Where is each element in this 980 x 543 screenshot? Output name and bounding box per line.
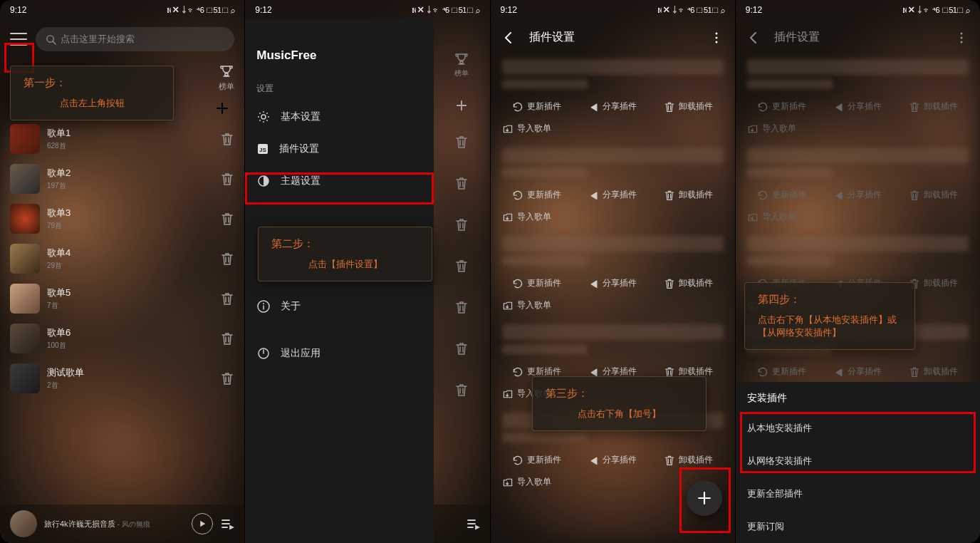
- refresh-icon: [757, 101, 768, 113]
- add-playlist-icon[interactable]: [216, 102, 229, 115]
- playlist-count: 2首: [47, 381, 213, 391]
- trash-icon: [664, 101, 675, 113]
- trash-icon[interactable]: [454, 176, 469, 190]
- rank-chip[interactable]: 榜单: [219, 64, 234, 92]
- now-playing-bar[interactable]: [434, 505, 489, 543]
- tooltip-body: 点击右下角【从本地安装插件】或【从网络安装插件】: [758, 314, 902, 339]
- import-icon: [502, 212, 514, 223]
- playlist-name: 歌单4: [47, 247, 213, 259]
- share-plugin[interactable]: 分享插件: [578, 450, 647, 470]
- drawer-item-exit[interactable]: 退出应用: [245, 337, 434, 370]
- share-plugin[interactable]: 分享插件: [823, 185, 892, 205]
- tooltip-2: 第二步： 点击【插件设置】: [258, 227, 432, 281]
- playlist-cover: [10, 284, 40, 314]
- uninstall-plugin[interactable]: 卸载插件: [899, 361, 969, 382]
- import-playlist[interactable]: 导入歌单: [502, 208, 724, 230]
- share-plugin[interactable]: 分享插件: [578, 273, 647, 294]
- update-plugin[interactable]: 更新插件: [747, 361, 817, 382]
- share-plugin[interactable]: 分享插件: [823, 361, 892, 382]
- uninstall-plugin[interactable]: 卸载插件: [653, 96, 723, 117]
- time: 9:12: [255, 5, 271, 15]
- trash-icon[interactable]: [220, 291, 234, 306]
- playlist-item[interactable]: 歌单3 79首: [10, 199, 234, 239]
- playlist-item[interactable]: 歌单5 7首: [10, 279, 234, 319]
- app-title: MusicFree: [245, 41, 434, 77]
- update-plugin[interactable]: 更新插件: [502, 185, 572, 205]
- trash-icon[interactable]: [454, 341, 469, 356]
- plugin-name-blurred: [747, 59, 969, 75]
- playlist-count: 197首: [47, 181, 213, 191]
- back-icon[interactable]: [747, 31, 761, 45]
- trash-icon[interactable]: [454, 383, 469, 397]
- drawer-item-about[interactable]: 关于: [245, 290, 434, 323]
- trash-icon[interactable]: [454, 259, 469, 273]
- trash-icon[interactable]: [454, 135, 469, 149]
- trash-icon[interactable]: [220, 371, 234, 386]
- plugin-card: 更新插件 分享插件 卸载插件 导入歌单: [736, 143, 980, 232]
- share-plugin[interactable]: 分享插件: [823, 96, 892, 117]
- trash-icon[interactable]: [220, 212, 234, 226]
- share-plugin[interactable]: 分享插件: [578, 96, 647, 117]
- trash-icon[interactable]: [220, 132, 234, 146]
- plugin-card: 更新插件 分享插件 卸载插件 导入歌单: [491, 232, 735, 320]
- add-icon[interactable]: [456, 100, 467, 111]
- status-bar: 9:12 ℕ ✕ ⏚ ᯤ ⁴6 ⬚51⬚ ⌕: [245, 0, 489, 20]
- tooltip-head: 第二步：: [271, 237, 419, 251]
- queue-icon[interactable]: [220, 517, 234, 531]
- playlist-item[interactable]: 测试歌单 2首: [10, 358, 234, 398]
- uninstall-plugin[interactable]: 卸载插件: [899, 185, 969, 205]
- status-bar: 9:12 ℕ ✕ ⏚ ᯤ ⁴6 ⬚51⬚ ⌕: [491, 0, 735, 20]
- more-icon[interactable]: [954, 31, 969, 45]
- page-title: 插件设置: [529, 30, 697, 45]
- uninstall-plugin[interactable]: 卸载插件: [653, 185, 723, 205]
- plugin-meta-blurred: [502, 256, 588, 266]
- update-plugin[interactable]: 更新插件: [502, 450, 572, 470]
- status-icons: ℕ ✕ ⏚ ᯤ ⁴6 ⬚51⬚ ⌕: [657, 6, 725, 14]
- sheet-update-sub[interactable]: 更新订阅: [736, 510, 980, 543]
- tooltip-head: 第四步：: [758, 293, 902, 306]
- tooltip-4: 第四步： 点击右下角【从本地安装插件】或【从网络安装插件】: [744, 282, 915, 350]
- more-icon[interactable]: [709, 31, 724, 45]
- import-playlist[interactable]: 导入歌单: [502, 120, 724, 142]
- plugin-card: 更新插件 分享插件 卸载插件 导入歌单: [491, 55, 735, 143]
- trash-icon[interactable]: [220, 172, 234, 186]
- sheet-update-all[interactable]: 更新全部插件: [736, 477, 980, 510]
- uninstall-plugin[interactable]: 卸载插件: [653, 273, 723, 294]
- tooltip-body: 点击左上角按钮: [24, 97, 160, 110]
- playlist-cover: [10, 244, 40, 274]
- uninstall-plugin[interactable]: 卸载插件: [899, 96, 969, 117]
- import-playlist[interactable]: 导入歌单: [502, 296, 724, 319]
- trash-icon[interactable]: [454, 217, 469, 232]
- tooltip-1: 第一步： 点击左上角按钮: [10, 66, 174, 120]
- update-plugin[interactable]: 更新插件: [502, 96, 572, 117]
- plugin-card: 更新插件 分享插件 卸载插件 导入歌单: [736, 55, 980, 143]
- update-plugin[interactable]: 更新插件: [747, 185, 817, 205]
- rank-chip[interactable]: 榜单: [434, 40, 490, 90]
- back-icon[interactable]: [502, 31, 516, 45]
- playlist-item[interactable]: 歌单4 29首: [10, 239, 234, 279]
- plugin-name-blurred: [502, 148, 724, 163]
- update-plugin[interactable]: 更新插件: [502, 273, 572, 294]
- plugin-meta-blurred: [747, 79, 833, 89]
- search-input[interactable]: 点击这里开始搜索: [36, 27, 234, 51]
- queue-icon[interactable]: [466, 517, 480, 531]
- share-plugin[interactable]: 分享插件: [578, 185, 647, 205]
- update-plugin[interactable]: 更新插件: [747, 96, 817, 117]
- drawer-item-plugin[interactable]: 插件设置: [245, 133, 434, 165]
- playlist-item[interactable]: 歌单1 628首: [10, 119, 234, 159]
- drawer-item-basic[interactable]: 基本设置: [245, 100, 434, 133]
- playlist-count: 7首: [47, 301, 213, 311]
- share-icon: [589, 455, 599, 465]
- refresh-icon: [512, 101, 523, 113]
- playlist-item[interactable]: 歌单2 197首: [10, 159, 234, 199]
- trash-icon[interactable]: [454, 300, 469, 314]
- playlist-item[interactable]: 歌单6 100首: [10, 319, 234, 358]
- trash-icon[interactable]: [220, 331, 234, 346]
- trash-icon[interactable]: [220, 252, 234, 266]
- import-playlist[interactable]: 导入歌单: [747, 120, 969, 142]
- import-playlist[interactable]: 导入歌单: [747, 208, 969, 230]
- now-playing-bar[interactable]: 旅行4k许巍无损音质 - 风の無痕: [0, 505, 244, 543]
- np-cover: [10, 510, 37, 537]
- status-icons: ℕ ✕ ⏚ ᯤ ⁴6 ⬚51⬚ ⌕: [902, 6, 970, 14]
- play-button[interactable]: [192, 513, 213, 534]
